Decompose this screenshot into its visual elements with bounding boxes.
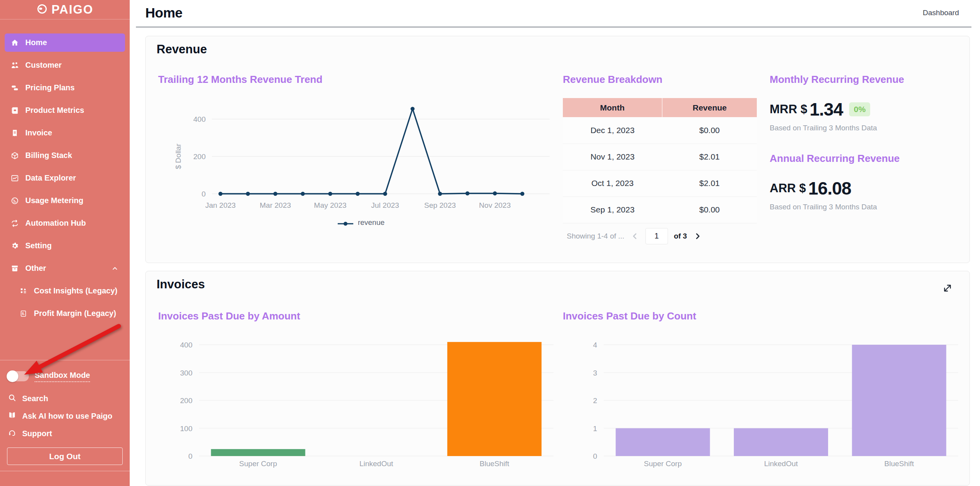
customer-icon	[10, 61, 19, 70]
trend-chart-title: Trailing 12 Months Revenue Trend	[158, 74, 563, 86]
page-title: Home	[145, 5, 182, 21]
sidebar-item-search[interactable]: Search	[5, 390, 125, 407]
table-pagination: Showing 1-4 of ... of 3	[563, 228, 758, 244]
sidebar-item-label: Home	[25, 38, 47, 47]
toggle-knob	[7, 370, 18, 382]
revenue-cell: $2.01	[662, 144, 757, 170]
sidebar-item-billing-stack[interactable]: Billing Stack	[5, 146, 125, 165]
sidebar-item-label: Automation Hub	[25, 219, 86, 228]
invoices-count-bar-chart: 01234Super CorpLinkedOutBlueShift	[563, 328, 968, 475]
sidebar-item-ask-ai-how-to-use-paigo[interactable]: Ask AI how to use Paigo	[5, 407, 125, 425]
svg-text:BlueShift: BlueShift	[479, 460, 509, 468]
page-number-input[interactable]	[645, 228, 668, 244]
svg-text:Nov 2023: Nov 2023	[479, 201, 511, 209]
mrr-prefix: MRR $	[770, 102, 807, 116]
sidebar-item-automation-hub[interactable]: Automation Hub	[5, 214, 125, 232]
mrr-caption: Based on Trailing 3 Months Data	[770, 124, 957, 132]
sidebar-item-product-metrics[interactable]: Product Metrics	[5, 101, 125, 119]
table-header-row: Month Revenue	[563, 98, 757, 117]
month-cell: Oct 1, 2023	[563, 170, 662, 197]
sidebar-item-home[interactable]: Home	[5, 33, 125, 52]
svg-text:2: 2	[593, 397, 597, 405]
revenue-trend-block: Trailing 12 Months Revenue Trend 0200400…	[158, 74, 563, 227]
sidebar-item-usage-metering[interactable]: Usage Metering	[5, 191, 125, 210]
table-row: Nov 1, 2023$2.01	[563, 144, 757, 170]
recurring-revenue-block: Monthly Recurring Revenue MRR $ 1.34 0% …	[770, 74, 957, 211]
logout-button[interactable]: Log Out	[7, 447, 123, 465]
sidebar-nav: HomeCustomerPricing PlansProduct Metrics…	[0, 19, 130, 323]
svg-text:LinkedOut: LinkedOut	[360, 460, 393, 468]
prev-page-chevron-icon[interactable]	[630, 232, 640, 241]
sidebar-item-customer[interactable]: Customer	[5, 56, 125, 74]
column-header-month: Month	[563, 98, 662, 117]
invoices-card: Invoices Invoices Past Due by Amount 010…	[145, 271, 970, 486]
legend-label: revenue	[358, 218, 385, 227]
sidebar-item-support[interactable]: Support	[5, 425, 125, 442]
arr-title: Annual Recurring Revenue	[770, 153, 957, 165]
mrr-growth-badge: 0%	[849, 102, 870, 116]
svg-text:Super Corp: Super Corp	[644, 460, 682, 468]
automation-hub-icon	[10, 219, 19, 228]
svg-text:Jan 2023: Jan 2023	[205, 201, 236, 209]
sidebar-item-label: Pricing Plans	[25, 83, 75, 92]
mrr-title: Monthly Recurring Revenue	[770, 74, 957, 86]
svg-text:0: 0	[201, 190, 206, 198]
svg-text:400: 400	[193, 115, 206, 123]
page-header: Home Dashboard	[145, 0, 959, 26]
sandbox-mode-toggle[interactable]	[7, 371, 29, 381]
sidebar-item-invoice[interactable]: Invoice	[5, 124, 125, 142]
svg-text:400: 400	[180, 341, 192, 349]
product-metrics-icon	[10, 106, 19, 115]
sidebar-subitem-label: Cost Insights (Legacy)	[34, 286, 117, 295]
sidebar-utility-list: SearchAsk AI how to use PaigoSupport	[5, 390, 125, 442]
billing-stack-icon	[10, 151, 19, 160]
pricing-plans-icon	[10, 84, 19, 92]
other-icon	[10, 264, 19, 273]
sidebar-item-label: Customer	[25, 61, 62, 70]
next-page-chevron-icon[interactable]	[693, 232, 702, 241]
logo-text: PAIGO	[51, 3, 93, 17]
revenue-cell: $2.01	[662, 170, 757, 197]
profit-margin-icon: $.	[19, 310, 28, 318]
sidebar-subitem-label: Profit Margin (Legacy)	[34, 309, 116, 318]
ask-ai-icon	[8, 411, 16, 421]
month-cell: Dec 1, 2023	[563, 117, 662, 144]
svg-text:200: 200	[180, 397, 192, 405]
revenue-card-title: Revenue	[157, 42, 207, 56]
arr-value: 16.08	[808, 178, 851, 199]
svg-text:300: 300	[180, 369, 192, 377]
usage-metering-icon	[10, 197, 19, 205]
svg-text:200: 200	[193, 153, 206, 161]
svg-text:0: 0	[188, 452, 192, 460]
dashboard-link[interactable]: Dashboard	[923, 9, 959, 17]
svg-text:BlueShift: BlueShift	[884, 460, 914, 468]
legend-line-marker-icon	[337, 219, 354, 226]
sidebar-item-setting[interactable]: Setting	[5, 237, 125, 255]
sidebar-bottom: Sandbox Mode SearchAsk AI how to use Pai…	[0, 360, 130, 465]
sidebar-item-pricing-plans[interactable]: Pricing Plans	[5, 79, 125, 97]
sidebar-item-data-explorer[interactable]: Data Explorer	[5, 169, 125, 187]
svg-text:$.: $.	[22, 311, 25, 315]
sidebar-item-other[interactable]: Other	[5, 259, 125, 277]
arr-caption: Based on Trailing 3 Months Data	[770, 203, 957, 211]
revenue-cell: $0.00	[662, 117, 757, 144]
table-row: Sep 1, 2023$0.00	[563, 197, 757, 223]
sidebar-item-label: Support	[22, 429, 52, 438]
svg-text:3: 3	[593, 369, 597, 377]
expand-icon[interactable]	[941, 281, 952, 295]
svg-text:0: 0	[593, 452, 597, 460]
revenue-breakdown-block: Revenue Breakdown Month Revenue Dec 1, 2…	[563, 74, 758, 244]
paigo-helmet-logo-icon	[36, 3, 48, 16]
sidebar-subitem-cost-insights-legacy[interactable]: Cost Insights (Legacy)	[5, 282, 125, 300]
invoices-amount-block: Invoices Past Due by Amount 010020030040…	[158, 310, 563, 475]
revenue-card: Revenue Trailing 12 Months Revenue Trend…	[145, 36, 970, 263]
sidebar: PAIGO HomeCustomerPricing PlansProduct M…	[0, 0, 130, 486]
sidebar-subitem-profit-margin-legacy[interactable]: $.Profit Margin (Legacy)	[5, 304, 125, 323]
table-row: Oct 1, 2023$2.01	[563, 170, 757, 197]
svg-text:Mar 2023: Mar 2023	[260, 201, 291, 209]
sandbox-mode-label[interactable]: Sandbox Mode	[35, 371, 90, 382]
page-count-text: of 3	[674, 232, 687, 240]
svg-text:Super Corp: Super Corp	[239, 460, 277, 468]
svg-text:May 2023: May 2023	[314, 201, 346, 209]
revenue-breakdown-table: Month Revenue Dec 1, 2023$0.00Nov 1, 202…	[563, 98, 757, 223]
